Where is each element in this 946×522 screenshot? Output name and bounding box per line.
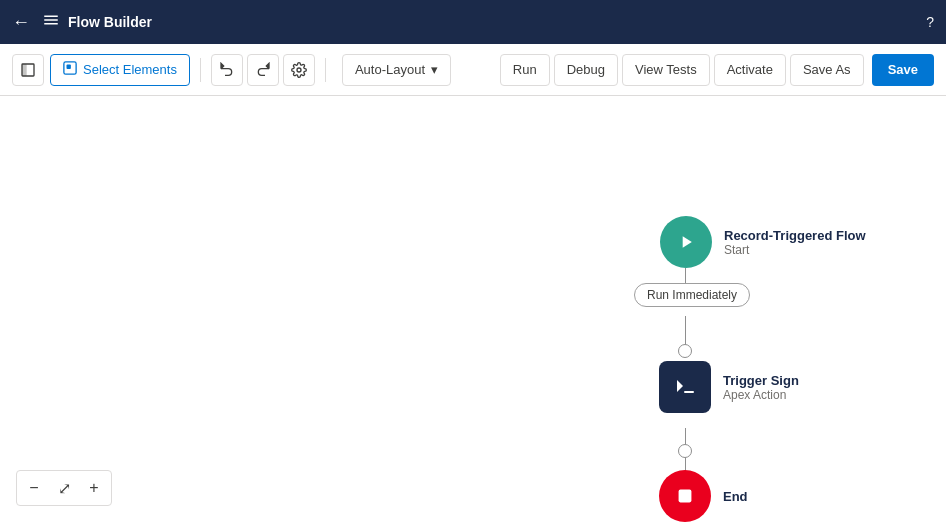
separator-2 — [325, 58, 326, 82]
select-elements-button[interactable]: Select Elements — [50, 54, 190, 86]
back-button[interactable]: ← — [12, 12, 30, 33]
svg-rect-0 — [22, 64, 27, 76]
svg-point-4 — [297, 68, 301, 72]
apex-label-group: Trigger Sign Apex Action — [723, 373, 799, 402]
apex-node-subtitle: Apex Action — [723, 388, 799, 402]
header: ← Flow Builder ? — [0, 0, 946, 44]
end-node[interactable]: End — [659, 470, 748, 522]
svg-rect-3 — [67, 65, 71, 69]
start-label-group: Record-Triggered Flow Start — [724, 228, 866, 257]
start-node[interactable]: Record-Triggered Flow Start — [660, 216, 866, 268]
zoom-controls: − ⤢ + — [16, 470, 112, 506]
end-label-group: End — [723, 489, 748, 504]
flow-canvas: Record-Triggered Flow Start Run Immediat… — [0, 96, 946, 522]
view-tests-button[interactable]: View Tests — [622, 54, 710, 86]
connector-2 — [685, 316, 686, 346]
connector-circle-2 — [678, 444, 692, 458]
debug-button[interactable]: Debug — [554, 54, 618, 86]
undo-button[interactable] — [211, 54, 243, 86]
toggle-panel-button[interactable] — [12, 54, 44, 86]
zoom-fit-button[interactable]: ⤢ — [51, 475, 77, 501]
svg-rect-7 — [679, 490, 692, 503]
run-immediately-node[interactable]: Run Immediately — [634, 283, 750, 307]
apex-node-title: Trigger Sign — [723, 373, 799, 388]
auto-layout-button[interactable]: Auto-Layout ▾ — [342, 54, 451, 86]
flow-diagram: Record-Triggered Flow Start Run Immediat… — [0, 96, 946, 522]
save-as-button[interactable]: Save As — [790, 54, 864, 86]
zoom-in-button[interactable]: + — [81, 475, 107, 501]
apex-box[interactable] — [659, 361, 711, 413]
svg-marker-5 — [683, 236, 692, 248]
chevron-down-icon: ▾ — [431, 62, 438, 77]
save-button[interactable]: Save — [872, 54, 934, 86]
toolbar: Select Elements Auto-Layout ▾ — [0, 44, 946, 96]
select-elements-label: Select Elements — [83, 62, 177, 77]
action-buttons: Run Debug View Tests Activate Save As Sa… — [500, 54, 934, 86]
connector-circle-1 — [678, 344, 692, 358]
page-title: Flow Builder — [68, 14, 926, 30]
start-node-subtitle: Start — [724, 243, 866, 257]
undo-redo-group — [211, 54, 315, 86]
apex-node[interactable]: Trigger Sign Apex Action — [659, 361, 799, 413]
auto-layout-label: Auto-Layout — [355, 62, 425, 77]
run-button[interactable]: Run — [500, 54, 550, 86]
activate-button[interactable]: Activate — [714, 54, 786, 86]
start-node-title: Record-Triggered Flow — [724, 228, 866, 243]
help-button[interactable]: ? — [926, 14, 934, 30]
settings-button[interactable] — [283, 54, 315, 86]
separator-1 — [200, 58, 201, 82]
select-elements-icon — [63, 61, 77, 78]
redo-button[interactable] — [247, 54, 279, 86]
zoom-out-button[interactable]: − — [21, 475, 47, 501]
end-node-title: End — [723, 489, 748, 504]
flow-builder-icon — [42, 11, 60, 33]
end-circle[interactable] — [659, 470, 711, 522]
start-circle[interactable] — [660, 216, 712, 268]
